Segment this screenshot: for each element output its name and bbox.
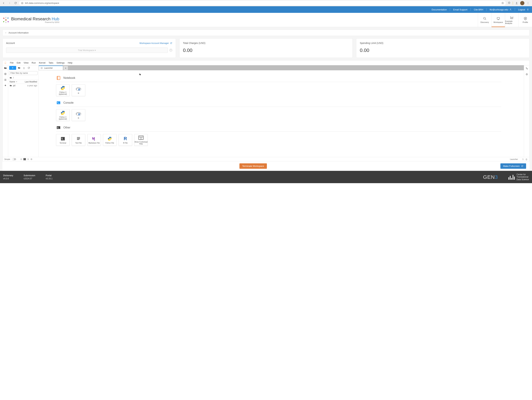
discovery-icon xyxy=(483,17,487,20)
profile-avatar[interactable] xyxy=(520,1,524,5)
col-name[interactable]: Name xyxy=(8,80,23,84)
svg-text:M: M xyxy=(92,136,95,140)
profile-icon xyxy=(524,17,527,20)
menu-tabs[interactable]: Tabs xyxy=(47,61,55,65)
menu-run[interactable]: Run xyxy=(30,61,37,65)
terminate-workspace-button[interactable]: Terminate Workspace xyxy=(240,163,267,169)
svg-rect-23 xyxy=(57,102,60,104)
info-icon[interactable]: ? xyxy=(170,49,172,51)
status-bar: Simple 0 0 Launcher 1 xyxy=(3,157,529,161)
python-icon xyxy=(60,110,66,115)
card-label: Terminal xyxy=(60,142,66,144)
footer: Dictionary v4.0.6 Submission v2024.07 Po… xyxy=(0,171,532,183)
upload-button[interactable] xyxy=(22,66,26,70)
star-icon[interactable] xyxy=(501,2,504,5)
email-support-link[interactable]: Email Support xyxy=(453,8,467,11)
menu-bar: File Edit View Run Kernel Tabs Settings … xyxy=(3,60,529,65)
svg-point-38 xyxy=(31,159,32,159)
menu-file[interactable]: File xyxy=(8,61,15,65)
menu-icon[interactable] xyxy=(526,1,530,5)
new-launcher-button[interactable]: + xyxy=(9,66,16,70)
markdown-file-card[interactable]: M Markdown File xyxy=(87,134,101,146)
notebook-python3-card[interactable]: Python 3 (ipykernel) xyxy=(56,84,70,96)
tab-launcher[interactable]: Launcher xyxy=(39,66,63,70)
refresh-button[interactable] xyxy=(27,66,31,70)
launcher-pane: Notebook Python 3 (ipykernel) R R xyxy=(39,70,524,157)
status-pill-icon[interactable] xyxy=(23,158,26,160)
back-button[interactable] xyxy=(1,1,6,5)
workspace-account-manager-link[interactable]: Workspace Account Manager xyxy=(139,42,172,44)
user-chip[interactable]: fitz@uchicago.edu xyxy=(490,8,512,11)
terminal-card[interactable]: $_ Terminal xyxy=(56,134,70,146)
menu-kernel[interactable]: Kernel xyxy=(38,61,47,65)
bell-icon[interactable] xyxy=(525,158,528,160)
file-filter-input[interactable] xyxy=(10,72,37,74)
console-r-card[interactable]: R R xyxy=(72,109,85,121)
contextual-help-icon xyxy=(138,135,144,140)
forward-button[interactable] xyxy=(7,1,12,5)
property-inspector-icon[interactable] xyxy=(525,67,529,70)
r-file-icon: R xyxy=(122,136,128,141)
nav-profile[interactable]: Profile xyxy=(519,13,532,27)
top-links-bar: Documentation Email Support Cite BRH fit… xyxy=(0,6,532,13)
svg-rect-16 xyxy=(5,74,6,74)
card-label: Show Contextual Help xyxy=(134,141,148,145)
svg-rect-36 xyxy=(24,159,25,159)
main-area: Launcher + Notebook Python 3 (ipy xyxy=(39,65,524,157)
cite-link[interactable]: Cite BRH xyxy=(474,8,483,11)
menu-settings[interactable]: Settings xyxy=(55,61,66,65)
status-target-icon[interactable] xyxy=(30,158,32,160)
python-icon xyxy=(60,85,66,91)
col-modified[interactable]: Last Modified xyxy=(23,80,38,84)
svg-text:R: R xyxy=(78,113,80,116)
new-tab-button[interactable]: + xyxy=(63,66,68,70)
menu-help[interactable]: Help xyxy=(66,61,74,65)
footer-dict-version: v4.0.6 xyxy=(3,178,13,180)
downloads-icon[interactable] xyxy=(515,1,519,5)
running-icon[interactable] xyxy=(4,72,7,76)
svg-point-1 xyxy=(528,2,528,2)
extensions-icon[interactable] xyxy=(507,1,511,5)
folder-icon[interactable] xyxy=(4,66,7,70)
file-filter[interactable] xyxy=(9,71,38,75)
brand[interactable]: Biomedical Research Hub Powered by GEN3 xyxy=(2,17,59,23)
nav-workspace[interactable]: Workspace xyxy=(491,13,505,27)
ctds-logo: Center for Translational Data Science xyxy=(508,173,529,181)
menu-view[interactable]: View xyxy=(22,61,30,65)
python-file-card[interactable]: Python File xyxy=(103,134,116,146)
extension-icon[interactable] xyxy=(4,84,7,88)
right-activity-bar xyxy=(524,65,529,157)
notebook-r-card[interactable]: R R xyxy=(72,84,85,96)
file-row[interactable]: pd a year ago xyxy=(8,84,38,87)
logout-link[interactable]: Logout xyxy=(518,8,529,11)
site-info-icon[interactable] xyxy=(21,2,24,5)
account-heading: Account xyxy=(6,42,15,44)
console-python3-card[interactable]: Python 3 (ipykernel) xyxy=(56,109,70,121)
other-section: $_ Other $_ Terminal Text File xyxy=(56,125,524,146)
new-folder-button[interactable] xyxy=(17,66,21,70)
toc-icon[interactable] xyxy=(4,78,7,82)
content-wrap: Account Information Account Workspace Ac… xyxy=(0,27,532,171)
make-fullscreen-button[interactable]: Make Fullscreen xyxy=(500,163,526,169)
account-info-toggle[interactable]: Account Information xyxy=(2,30,530,36)
status-count-1: 0 xyxy=(21,158,22,160)
debugger-icon[interactable] xyxy=(525,73,529,76)
separator xyxy=(486,8,487,11)
nav-example-analysis[interactable]: Example Analysis xyxy=(505,13,519,27)
menu-edit[interactable]: Edit xyxy=(15,61,22,65)
address-bar[interactable]: brh.data-commons.org/workspace xyxy=(19,1,506,6)
breadcrumb[interactable]: / xyxy=(8,76,38,80)
folder-icon xyxy=(10,76,12,79)
r-file-card[interactable]: R R File xyxy=(119,134,132,146)
svg-text:$_: $_ xyxy=(62,138,64,140)
reload-button[interactable] xyxy=(13,1,18,5)
simple-toggle[interactable] xyxy=(12,158,16,160)
account-select[interactable]: Trial Workspace ▾ xyxy=(6,48,168,53)
caret-icon: ▾ xyxy=(95,49,96,51)
nav-discovery[interactable]: Discovery xyxy=(478,13,491,27)
documentation-link[interactable]: Documentation xyxy=(432,8,447,11)
external-link-icon xyxy=(521,165,523,167)
text-file-card[interactable]: Text File xyxy=(72,134,85,146)
status-simple-label: Simple xyxy=(4,158,10,160)
contextual-help-card[interactable]: Show Contextual Help xyxy=(134,134,148,146)
